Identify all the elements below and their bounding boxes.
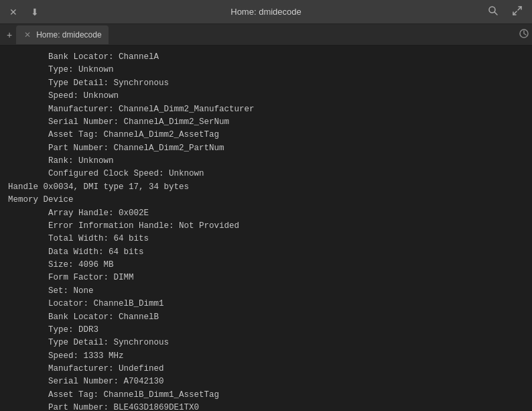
svg-line-1 <box>494 12 497 15</box>
tab-bar: + ✕ Home: dmidecode <box>0 24 532 46</box>
maximize-icon <box>512 5 523 18</box>
tab-item[interactable]: ✕ Home: dmidecode <box>16 25 108 44</box>
terminal-line: Set: None <box>8 285 524 298</box>
terminal-line: Serial Number: A7042130 <box>8 375 524 388</box>
tab-history-icon[interactable] <box>519 28 529 42</box>
terminal-line: Part Number: ChannelA_Dimm2_PartNum <box>8 142 524 155</box>
terminal-line: Manufacturer: Undefined <box>8 363 524 375</box>
title-bar-left: ✕ ⬇ <box>7 5 42 19</box>
download-icon: ⬇ <box>31 7 39 17</box>
terminal-line: Type: Unknown <box>8 64 524 76</box>
terminal-line: Asset Tag: ChannelA_Dimm2_AssetTag <box>8 129 524 141</box>
window-title: Home: dmidecode <box>230 7 302 17</box>
title-bar: ✕ ⬇ Home: dmidecode <box>0 0 532 24</box>
terminal-line: Form Factor: DIMM <box>8 272 524 284</box>
title-bar-right <box>485 4 525 19</box>
terminal-line: Speed: 1333 MHz <box>8 350 524 363</box>
terminal-line: Bank Locator: ChannelB <box>8 311 524 324</box>
terminal-line: Total Width: 64 bits <box>8 233 524 245</box>
close-button[interactable]: ✕ <box>7 5 20 19</box>
terminal-line: Asset Tag: ChannelB_Dimm1_AssetTag <box>8 389 524 402</box>
terminal-line: Type Detail: Synchronous <box>8 337 524 349</box>
terminal-line: Size: 4096 MB <box>8 259 524 272</box>
terminal-line: Bank Locator: ChannelA <box>8 51 524 64</box>
terminal-line: Rank: Unknown <box>8 155 524 168</box>
terminal-line: Type: DDR3 <box>8 324 524 337</box>
terminal-line: Data Width: 64 bits <box>8 246 524 259</box>
terminal-line: Manufacturer: ChannelA_Dimm2_Manufacture… <box>8 103 524 116</box>
tab-close-button[interactable]: ✕ <box>23 30 32 40</box>
tab-title: Home: dmidecode <box>36 30 101 40</box>
download-button[interactable]: ⬇ <box>28 5 42 19</box>
terminal-line: Configured Clock Speed: Unknown <box>8 168 524 180</box>
terminal-line: Type Detail: Synchronous <box>8 77 524 90</box>
terminal-line: Part Number: BLE4G3D1869DE1TX0 <box>8 402 524 411</box>
new-tab-button[interactable]: + <box>3 27 16 43</box>
search-icon <box>488 5 498 18</box>
terminal-line: Error Information Handle: Not Provided <box>8 220 524 233</box>
terminal-line: Array Handle: 0x002E <box>8 207 524 220</box>
terminal-line: Locator: ChannelB_Dimm1 <box>8 298 524 310</box>
terminal-line: Memory Device <box>8 194 524 207</box>
terminal-line: Handle 0x0034, DMI type 17, 34 bytes <box>8 181 524 194</box>
maximize-button[interactable] <box>509 4 525 19</box>
terminal-content[interactable]: Bank Locator: ChannelA Type: Unknown Typ… <box>0 46 532 411</box>
search-button[interactable] <box>485 4 501 19</box>
terminal-line: Serial Number: ChannelA_Dimm2_SerNum <box>8 116 524 129</box>
terminal-line: Speed: Unknown <box>8 90 524 103</box>
close-icon: ✕ <box>9 7 17 17</box>
